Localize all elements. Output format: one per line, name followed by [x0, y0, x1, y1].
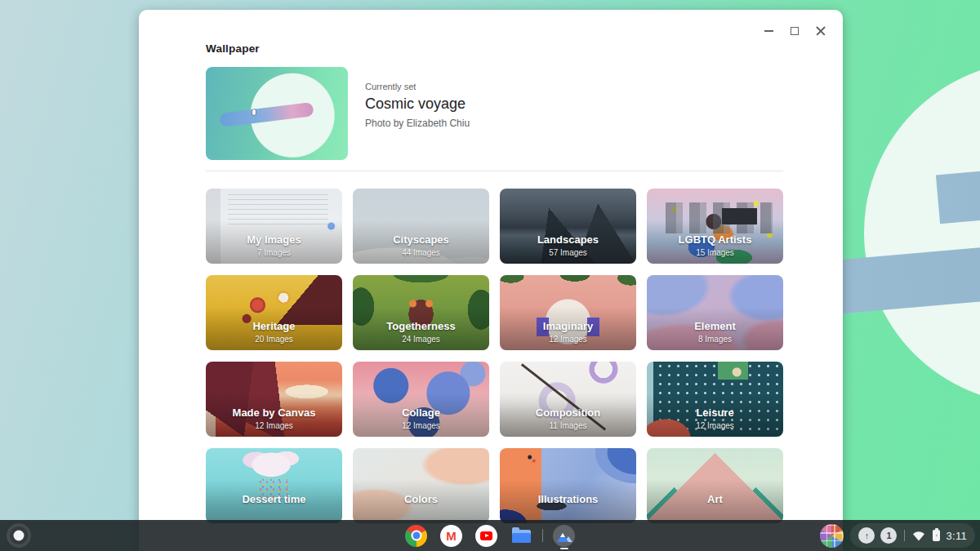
maximize-button[interactable] [784, 23, 805, 39]
section-divider [206, 171, 783, 171]
category-tile-my-images[interactable]: My Images7 Images [206, 189, 342, 264]
files-app-button[interactable] [507, 520, 536, 551]
maximize-icon [791, 27, 799, 35]
tile-scrim [353, 448, 489, 523]
chrome-icon [405, 525, 427, 547]
category-tile-colors[interactable]: Colors [353, 448, 489, 523]
category-title: Art [647, 493, 783, 505]
category-tile-cityscapes[interactable]: Cityscapes44 Images [353, 189, 489, 264]
wallpaper-app-window: Wallpaper Currently set Cosmic voyage Ph… [139, 10, 843, 551]
tile-scrim [647, 448, 783, 523]
category-count: 44 Images [353, 248, 489, 257]
current-wallpaper-name: Cosmic voyage [365, 96, 470, 113]
category-tile-heritage[interactable]: Heritage20 Images [206, 275, 342, 350]
category-title: Element [647, 320, 783, 332]
category-tile-collage[interactable]: Collage12 Images [353, 362, 489, 437]
status-area: ↑ 1 3:11 [820, 520, 975, 551]
category-count: 57 Images [500, 248, 636, 257]
category-count: 15 Images [647, 248, 783, 257]
category-grid: My Images7 ImagesCityscapes44 ImagesLand… [206, 189, 783, 523]
category-count: 7 Images [206, 248, 342, 257]
close-icon [816, 26, 826, 36]
clock: 3:11 [946, 530, 967, 542]
currently-set-section: Currently set Cosmic voyage Photo by Eli… [206, 67, 783, 160]
category-title: Illustrations [500, 493, 636, 505]
tile-scrim [206, 448, 342, 523]
wifi-icon [912, 531, 925, 541]
category-tile-made-by-canvas[interactable]: Made by Canvas12 Images [206, 362, 342, 437]
page-title: Wallpaper [206, 42, 783, 55]
category-count: 12 Images [206, 421, 342, 430]
category-tile-illustrations[interactable]: Illustrations [500, 448, 636, 523]
window-content: Wallpaper Currently set Cosmic voyage Ph… [139, 10, 783, 523]
category-count: 12 Images [500, 335, 636, 344]
category-title: Dessert time [206, 493, 342, 505]
tile-scrim [500, 448, 636, 523]
wallpaper-app-icon [553, 525, 575, 547]
battery-icon [933, 530, 940, 541]
desktop: Wallpaper Currently set Cosmic voyage Ph… [0, 0, 980, 551]
category-title: Heritage [206, 320, 342, 332]
category-tile-togetherness[interactable]: Togetherness24 Images [353, 275, 489, 350]
update-arrow-icon[interactable]: ↑ [858, 527, 875, 544]
category-count: 12 Images [353, 421, 489, 430]
avatar[interactable] [820, 524, 844, 548]
category-tile-art[interactable]: Art [647, 448, 783, 523]
category-tile-lgbtq-artists[interactable]: LGBTQ Artists15 Images [647, 189, 783, 264]
category-title: Landscapes [500, 233, 636, 246]
category-count: 12 Images [647, 421, 783, 430]
system-tray[interactable]: ↑ 1 3:11 [850, 523, 975, 548]
category-title: LGBTQ Artists [647, 233, 783, 246]
category-tile-composition[interactable]: Composition11 Images [500, 362, 636, 437]
shelf: M ↑ 1 3:11 [0, 520, 980, 551]
minimize-icon [764, 30, 773, 32]
category-tile-element[interactable]: Element8 Images [647, 275, 783, 350]
category-title: Made by Canvas [206, 407, 342, 419]
minimize-button[interactable] [758, 23, 779, 39]
close-button[interactable] [810, 23, 831, 39]
category-title: Collage [353, 407, 489, 419]
tray-separator [904, 530, 905, 541]
category-tile-imaginary[interactable]: Imaginary12 Images [500, 275, 636, 350]
category-title: Cityscapes [353, 233, 489, 246]
shelf-app-list: M [402, 520, 578, 551]
category-count: 8 Images [647, 335, 783, 344]
notification-count-badge[interactable]: 1 [880, 527, 897, 544]
category-tile-landscapes[interactable]: Landscapes57 Images [500, 189, 636, 264]
category-title: My Images [206, 233, 342, 246]
youtube-icon [475, 525, 497, 547]
category-count: 24 Images [353, 335, 489, 344]
launcher-icon [14, 531, 24, 541]
category-title: Imaginary [500, 320, 636, 332]
category-title: Togetherness [353, 320, 489, 332]
window-controls [758, 23, 831, 39]
category-tile-dessert-time[interactable]: Dessert time [206, 448, 342, 523]
launcher-button[interactable] [7, 523, 31, 548]
category-count: 20 Images [206, 335, 342, 344]
category-title: Colors [353, 493, 489, 505]
current-wallpaper-info: Currently set Cosmic voyage Photo by Eli… [365, 67, 470, 160]
current-wallpaper-preview [206, 67, 348, 160]
files-icon [510, 525, 532, 547]
current-wallpaper-attribution: Photo by Elizabeth Chiu [365, 118, 470, 129]
active-app-indicator [560, 548, 568, 549]
category-count: 11 Images [500, 421, 636, 430]
wallpaper-planet-shape [864, 61, 980, 404]
category-title: Leisure [647, 407, 783, 419]
category-tile-leisure[interactable]: Leisure12 Images [647, 362, 783, 437]
gmail-icon: M [440, 525, 462, 547]
youtube-app-button[interactable] [472, 520, 501, 551]
category-title: Composition [500, 407, 636, 419]
currently-set-label: Currently set [365, 82, 470, 91]
gmail-app-button[interactable]: M [437, 520, 466, 551]
wallpaper-app-button[interactable] [550, 520, 578, 551]
chrome-app-button[interactable] [402, 520, 430, 551]
shelf-separator [542, 529, 543, 542]
